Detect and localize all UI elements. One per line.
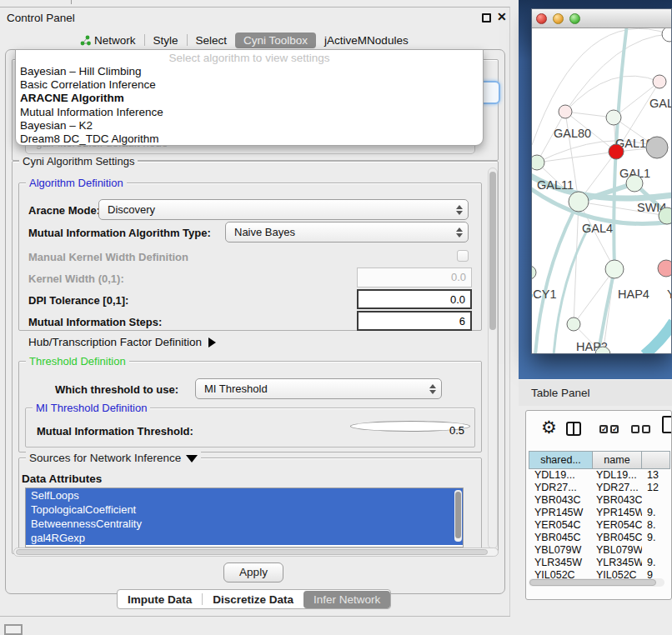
column-layout-icon[interactable] [566,422,581,436]
network-node[interactable] [659,208,671,224]
table-horizontal-scrollbar[interactable] [529,578,664,587]
kernel-width-field[interactable]: 0.0 [357,268,472,288]
network-node-gal[interactable] [653,75,666,88]
table-cell: YLR345W [529,557,593,569]
network-edge[interactable] [532,28,669,145]
network-node-gal11[interactable] [532,155,544,170]
minimize-traffic-light[interactable] [553,13,564,24]
network-node-hap4[interactable] [605,260,624,278]
tab-label: Cyni Toolbox [243,34,308,47]
select-all-icon[interactable]: ✓✓ [599,425,619,433]
attribute-item[interactable]: SelfLoops [26,488,463,502]
float-window-icon[interactable] [482,13,491,22]
algorithm-option[interactable]: Bayesian – Hill Climbing [16,65,483,78]
tab-impute-data[interactable]: Impute Data [118,591,202,608]
attribute-item[interactable]: gal4RGexp [26,531,463,545]
combo-spinner-icon [428,384,441,394]
settings-horizontal-scrollbar[interactable] [13,548,499,557]
dpi-tolerance-label: DPI Tolerance [0,1]: [28,294,128,307]
which-threshold-combo[interactable]: MI Threshold [195,378,442,399]
column-header[interactable]: shared... [529,451,593,469]
settings-group-title: Cyni Algorithm Settings [19,155,138,168]
attribute-item[interactable]: TopologicalCoefficient [26,502,463,517]
table-cell: YDL19... [529,469,593,482]
network-canvas[interactable]: GAL80GAL10GALGAL1GAL11SWI4GAL4GCY1HAP4YH… [532,28,671,353]
table-hscroll-thumb[interactable] [529,579,656,586]
close-icon[interactable]: ✕ [497,10,507,23]
hscrollbar-thumb[interactable] [16,549,488,555]
table-row[interactable]: YDR27...YDR27...12 [529,482,670,494]
network-view-window[interactable]: GAL80GAL10GALGAL1GAL11SWI4GAL4GCY1HAP4YH… [531,8,672,354]
export-table-icon[interactable] [662,416,672,433]
table-cell: YBR043C [593,494,642,507]
table-row[interactable]: YBL079WYBL079W [529,544,670,557]
algorithm-option[interactable]: Mutual Information Inference [16,106,483,119]
scrollbar-thumb[interactable] [489,172,496,330]
hub-definition-toggle[interactable]: Hub/Transcription Factor Definition [28,336,216,348]
table-row[interactable]: YLR345WYLR345W9. [529,557,670,569]
table-panel-bar: Table Panel [519,379,672,406]
which-threshold-label: Which threshold to use: [55,383,178,396]
apply-button[interactable]: Apply [223,562,283,582]
tab-select[interactable]: Select [188,32,236,48]
aracne-mode-combo[interactable]: Discovery [98,199,469,220]
algorithm-dropdown[interactable]: Select algorithm to view settings Bayesi… [15,49,484,146]
mi-steps-field[interactable]: 6 [357,311,472,331]
data-attributes-list[interactable]: SelfLoopsTopologicalCoefficientBetweenne… [25,488,464,548]
tab-label: Network [94,34,136,47]
close-traffic-light[interactable] [536,13,547,24]
gear-icon[interactable]: ⚙ [541,418,557,438]
network-node-gal10[interactable] [606,110,621,125]
list-scrollbar-thumb[interactable] [455,492,461,538]
table-row[interactable]: YBR045CYBR045C9. [529,532,670,544]
network-node-y[interactable] [658,260,671,277]
algorithm-option[interactable]: Bayesian – K2 [16,119,483,132]
algorithm-option[interactable]: ARACNE Algorithm [16,92,483,105]
table-cell: YDL19... [593,469,642,482]
network-node-swi4[interactable] [626,175,643,192]
network-node-gal4[interactable] [569,192,589,212]
attribute-item[interactable]: BetweennessCentrality [26,517,463,531]
list-scrollbar[interactable] [454,490,462,542]
network-node-gal1[interactable] [609,144,624,159]
tab-style[interactable]: Style [145,32,187,48]
table-row[interactable]: YER054CYER054C8. [529,519,670,532]
network-node[interactable] [646,137,668,158]
network-edge[interactable] [565,76,659,112]
column-header[interactable] [642,451,670,469]
network-node-gal80[interactable] [559,105,572,118]
dpi-tolerance-field[interactable]: 0.0 [357,289,472,309]
dock-icon[interactable] [4,624,23,635]
data-attributes-label: Data Attributes [22,472,102,485]
algorithm-option[interactable]: Basic Correlation Inference [16,78,483,92]
sources-title[interactable]: Sources for Network Inference [26,452,201,464]
tab-network[interactable]: Network [72,32,144,48]
hub-definition-label: Hub/Transcription Factor Definition [28,336,202,348]
settings-vertical-scrollbar[interactable] [488,168,498,549]
column-header[interactable]: name [593,451,642,469]
mi-steps-label: Mutual Information Steps: [28,316,162,328]
network-edge[interactable] [644,322,671,353]
tab-cyni-toolbox[interactable]: Cyni Toolbox [235,32,316,48]
tab-discretize-data[interactable]: Discretize Data [203,591,303,608]
dropdown-placeholder: Select algorithm to view settings [16,50,483,65]
tab-jactivemnodules[interactable]: jActiveMNodules [316,32,417,48]
network-node[interactable] [662,28,671,42]
combo-spinner-icon [454,205,468,215]
table-cell [642,494,667,507]
mi-type-combo[interactable]: Naive Bayes [225,222,469,242]
deselect-all-icon[interactable] [631,425,650,433]
table-row[interactable]: YPR145WYPR145W9. [529,507,670,519]
table-row[interactable]: YBR043CYBR043C [529,494,670,507]
network-edge[interactable] [574,202,579,324]
window-titlebar[interactable] [532,9,671,28]
tab-infer-network[interactable]: Infer Network [303,591,390,608]
network-node-hap2[interactable] [567,318,580,331]
network-node-gcy1[interactable] [532,266,536,279]
zoom-traffic-light[interactable] [569,13,580,24]
algorithm-option[interactable]: Dream8 DC_TDC Algorithm [16,132,483,146]
aracne-mode-label: Aracne Mode: [28,204,100,217]
mi-threshold-field[interactable]: 0.5 [350,421,470,432]
table-row[interactable]: YDL19...YDL19...13 [529,469,670,482]
manual-kernel-checkbox[interactable] [457,250,469,262]
